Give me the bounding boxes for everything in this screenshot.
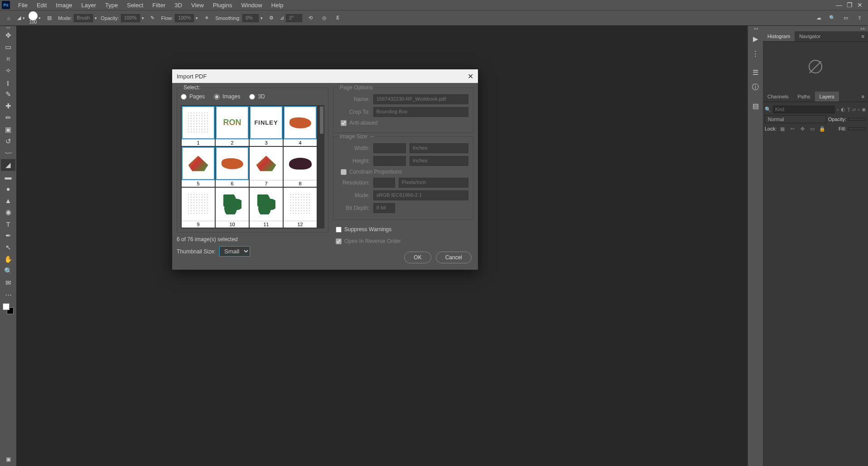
thumbnail-3[interactable]: FINLEY3	[250, 106, 283, 146]
filter-toggle-icon[interactable]: ◉	[862, 106, 866, 113]
thumbnail-12[interactable]: 12	[284, 188, 317, 228]
thumbnail-2[interactable]: RON2	[216, 106, 249, 146]
menu-layer[interactable]: Layer	[77, 2, 101, 9]
angle-input[interactable]: 2°	[286, 14, 302, 22]
lasso-tool[interactable]: ⌗	[1, 53, 15, 65]
healing-tool[interactable]: ✚	[1, 100, 15, 112]
crop-tool[interactable]: ⫿	[1, 77, 15, 88]
paint-brush-tool[interactable]: 〰	[1, 147, 15, 159]
move-tool[interactable]: ✥	[1, 29, 15, 41]
filter-shape-icon[interactable]: ▱	[852, 106, 856, 113]
thumbnail-5[interactable]: 5	[182, 147, 215, 187]
thumbnail-4[interactable]: 4	[284, 106, 317, 146]
brush-tool[interactable]: ✏	[1, 112, 15, 124]
mode-select[interactable]: Brush	[74, 14, 93, 22]
menu-help[interactable]: Help	[267, 2, 288, 9]
butterfly-icon[interactable]: Ƹ̵	[333, 13, 343, 23]
menu-view[interactable]: View	[187, 2, 208, 9]
smoothing-gear-icon[interactable]: ⚙	[266, 13, 276, 23]
filter-adjust-icon[interactable]: ◐	[841, 106, 845, 113]
maximize-button[interactable]: ❐	[847, 1, 853, 9]
blur-tool[interactable]: ●	[1, 183, 15, 194]
tab-channels[interactable]: Channels	[763, 92, 793, 102]
tab-paths[interactable]: Paths	[793, 92, 815, 102]
menu-image[interactable]: Image	[51, 2, 77, 9]
panel-menu-icon[interactable]: ≡	[858, 31, 868, 41]
flow-input[interactable]: 100%	[175, 14, 194, 22]
layers-filter-input[interactable]	[773, 106, 835, 113]
eraser-tool[interactable]: ◢	[1, 159, 15, 171]
menu-filter[interactable]: Filter	[148, 2, 170, 9]
radio-3d[interactable]: 3D	[249, 93, 265, 100]
dodge-tool[interactable]: ▲	[1, 194, 15, 206]
lock-nest-icon[interactable]: ▭	[808, 125, 816, 132]
menu-edit[interactable]: Edit	[32, 2, 51, 9]
blend-mode-select[interactable]: Normal	[765, 115, 826, 123]
adjustments-icon[interactable]: ☰	[749, 66, 762, 79]
pen-tool[interactable]: ✒	[1, 230, 15, 242]
marquee-tool[interactable]: ▭	[1, 41, 15, 53]
panel-menu-icon[interactable]: ≡	[858, 92, 868, 102]
thumbnail-8[interactable]: 8	[284, 147, 317, 187]
layer-opacity-input[interactable]	[848, 118, 866, 121]
ok-button[interactable]: OK	[404, 252, 431, 263]
target-icon[interactable]: ◎	[319, 13, 329, 23]
suppress-checkbox[interactable]	[336, 227, 342, 233]
lock-paint-icon[interactable]: ✏	[788, 125, 796, 132]
wand-tool[interactable]: ✧	[1, 65, 15, 77]
pressure-opacity-icon[interactable]: ✎	[148, 13, 158, 23]
menu-file[interactable]: File	[14, 2, 32, 9]
share-icon[interactable]: ⇪	[854, 13, 864, 23]
lock-trans-icon[interactable]: ▦	[778, 125, 786, 132]
search-icon[interactable]: 🔍	[827, 13, 837, 23]
pressure-size-icon[interactable]: ⟲	[306, 13, 316, 23]
path-select-tool[interactable]: ↖	[1, 242, 15, 253]
smoothing-input[interactable]: 0%	[242, 14, 259, 22]
filter-image-icon[interactable]: ▫	[837, 106, 839, 113]
thumbnail-10[interactable]: 10	[216, 188, 249, 228]
filter-type-icon[interactable]: T	[847, 106, 850, 113]
expand-arrow-icon[interactable]: ◂◂	[748, 26, 763, 31]
thumbnail-6[interactable]: 6	[216, 147, 249, 187]
cancel-button[interactable]: Cancel	[436, 252, 472, 263]
menu-select[interactable]: Select	[122, 2, 148, 9]
envelope-tool[interactable]: ✉	[1, 277, 15, 289]
radio-pages[interactable]: Pages	[181, 93, 205, 100]
opacity-input[interactable]: 100%	[121, 14, 140, 22]
close-window-button[interactable]: ✕	[857, 1, 863, 9]
menu-plugins[interactable]: Plugins	[208, 2, 237, 9]
menu-3d[interactable]: 3D	[170, 2, 187, 9]
lock-all-icon[interactable]: 🔒	[818, 125, 826, 132]
menu-type[interactable]: Type	[101, 2, 122, 9]
close-icon[interactable]: ✕	[468, 72, 473, 81]
home-icon[interactable]: ⌂	[4, 13, 14, 23]
airbrush-icon[interactable]: ✈	[202, 13, 212, 23]
minimize-button[interactable]: —	[836, 1, 842, 9]
zoom-tool[interactable]: 🔍	[1, 265, 15, 277]
gradient-tool[interactable]: ▬	[1, 171, 15, 183]
fg-color[interactable]	[3, 303, 10, 310]
tab-histogram[interactable]: Histogram	[763, 31, 795, 41]
collapse-arrow-icon[interactable]: ▸▸	[763, 26, 868, 31]
lock-move-icon[interactable]: ✥	[798, 125, 806, 132]
quick-mask-icon[interactable]: ▣	[1, 453, 15, 465]
menu-window[interactable]: Window	[236, 2, 266, 9]
brush-preset[interactable]: 100 ▾	[29, 11, 41, 24]
workspace-icon[interactable]: ▭	[841, 13, 851, 23]
color-swatches[interactable]	[3, 303, 14, 314]
info-icon[interactable]: ⓘ	[749, 80, 762, 94]
thumbnail-9[interactable]: 9	[182, 188, 215, 228]
thumbnail-7[interactable]: 7	[250, 147, 283, 187]
tab-layers[interactable]: Layers	[815, 92, 839, 102]
thumbnail-1[interactable]: 1	[182, 106, 215, 146]
hand-tool[interactable]: ✋	[1, 253, 15, 265]
layer-fill-input[interactable]	[848, 127, 866, 130]
sponge-tool[interactable]: ◉	[1, 206, 15, 218]
thumbnail-11[interactable]: 11	[250, 188, 283, 228]
stamp-tool[interactable]: ▣	[1, 124, 15, 136]
eyedropper-tool[interactable]: ✎	[1, 88, 15, 100]
tool-preset[interactable]: ◢▾	[17, 15, 25, 21]
brush-panel-icon[interactable]: ▨	[44, 13, 54, 23]
history-brush-tool[interactable]: ↺	[1, 136, 15, 147]
scrollbar[interactable]	[319, 106, 324, 228]
